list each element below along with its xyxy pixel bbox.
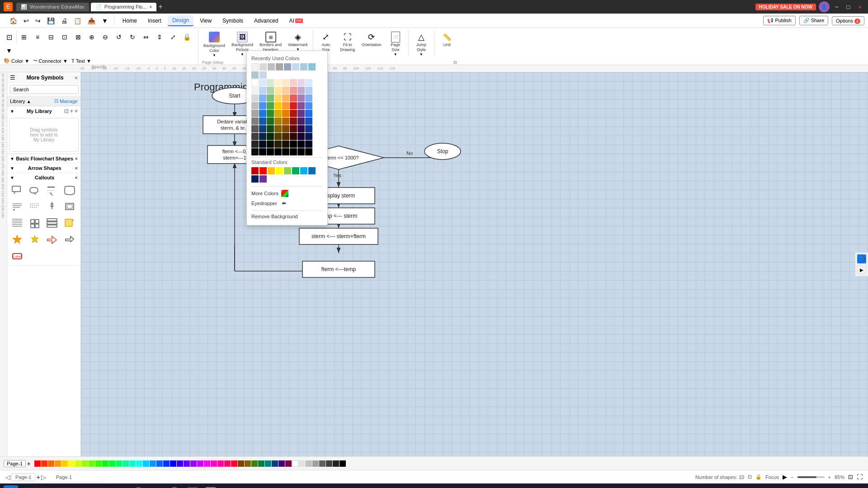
- theme-purple-8[interactable]: [297, 141, 305, 148]
- theme-blue-4[interactable]: [259, 110, 266, 117]
- connector-dropdown[interactable]: ⤳ Connector ▼: [33, 58, 68, 64]
- sidebar-collapse-btn[interactable]: «: [75, 75, 78, 81]
- strip-darkblue[interactable]: [170, 460, 176, 467]
- theme-ltblue-0[interactable]: [305, 79, 312, 86]
- export-btn[interactable]: 📤: [85, 16, 98, 26]
- theme-green-7[interactable]: [267, 133, 274, 140]
- arrange-btn[interactable]: ⊞: [18, 31, 30, 43]
- theme-orange-7[interactable]: [282, 133, 289, 140]
- theme-purple-7[interactable]: [297, 133, 305, 140]
- theme-ltblue-7[interactable]: [305, 133, 312, 140]
- user-avatar[interactable]: 👤: [819, 1, 830, 12]
- strip-cyan[interactable]: [129, 460, 136, 467]
- menu-home[interactable]: Home: [118, 16, 142, 26]
- theme-purple-1[interactable]: [297, 87, 305, 94]
- callouts-header[interactable]: ▼ Callouts ×: [7, 173, 80, 182]
- chrome-btn[interactable]: [166, 484, 183, 488]
- recent-swatch-8[interactable]: [308, 63, 316, 70]
- focus-label[interactable]: Focus: [765, 474, 779, 480]
- strip-olive[interactable]: [245, 460, 251, 467]
- more-tools-btn[interactable]: ▼: [3, 44, 15, 57]
- strip-crimson[interactable]: [231, 460, 237, 467]
- rotate-right-btn[interactable]: ↻: [126, 31, 139, 43]
- strip-purple[interactable]: [190, 460, 197, 467]
- theme-purple-2[interactable]: [297, 94, 305, 102]
- callout-shape-7[interactable]: [45, 200, 59, 215]
- callouts-close[interactable]: ×: [75, 175, 78, 180]
- unit-btn[interactable]: 📏 Unit: [437, 30, 457, 49]
- theme-yellow-6[interactable]: [274, 125, 282, 132]
- theme-red-7[interactable]: [290, 133, 297, 140]
- callout-shape-2[interactable]: [28, 184, 42, 198]
- connect-btn[interactable]: ⤢: [167, 31, 179, 43]
- strip-silver[interactable]: [306, 460, 312, 467]
- strip-indigo[interactable]: [177, 460, 183, 467]
- strip-ltblue[interactable]: [143, 460, 149, 467]
- callout-shape-star[interactable]: [10, 233, 24, 247]
- theme-w-8[interactable]: [251, 141, 259, 148]
- theme-red-4[interactable]: [290, 110, 297, 117]
- zoom-out-btn[interactable]: −: [791, 474, 793, 480]
- sidebar-expand-icon[interactable]: ☰: [10, 74, 15, 81]
- menu-symbols[interactable]: Symbols: [218, 16, 248, 26]
- publish-btn[interactable]: 📢 Publish: [763, 16, 795, 25]
- theme-blue-8[interactable]: [259, 141, 266, 148]
- strip-green2[interactable]: [95, 460, 102, 467]
- theme-ltblue-2[interactable]: [305, 94, 312, 102]
- tab-programming[interactable]: 📄 Programming Flo... ×: [91, 3, 156, 11]
- options-btn[interactable]: Options 4: [832, 16, 864, 25]
- quick-dropdown[interactable]: ▼: [99, 16, 110, 26]
- strip-cyan2[interactable]: [136, 460, 142, 467]
- one-click-beautify-btn[interactable]: ⊡: [3, 31, 15, 43]
- my-library-close-btn[interactable]: ×: [75, 108, 78, 114]
- theme-green-1[interactable]: [267, 87, 274, 94]
- std-blue[interactable]: [308, 167, 316, 174]
- strip-navy[interactable]: [272, 460, 278, 467]
- strip-darklime[interactable]: [251, 460, 258, 467]
- theme-green-8[interactable]: [267, 141, 274, 148]
- home-quick-btn[interactable]: 🏠: [7, 16, 19, 26]
- page-size-dropdown[interactable]: ▼: [394, 52, 397, 56]
- strip-rose[interactable]: [224, 460, 231, 467]
- theme-orange-3[interactable]: [282, 102, 289, 109]
- menu-view[interactable]: View: [195, 16, 216, 26]
- theme-ltblue-8[interactable]: [305, 141, 312, 148]
- page-setup-dialog-btn[interactable]: ⊡: [453, 60, 457, 65]
- theme-red-0[interactable]: [290, 79, 297, 86]
- jump-style-btn[interactable]: △ JumpStyle ▼: [411, 30, 431, 58]
- strip-teal4[interactable]: [265, 460, 271, 467]
- theme-red-3[interactable]: [290, 102, 297, 109]
- send-back-btn[interactable]: ⊖: [99, 31, 112, 43]
- theme-orange-8[interactable]: [282, 141, 289, 148]
- zoom-in-btn[interactable]: +: [828, 474, 831, 480]
- ungroup-btn[interactable]: ⊠: [72, 31, 85, 43]
- fit-to-drawing-btn[interactable]: ⛶ Fit toDrawing: [338, 30, 358, 54]
- zoom-slider[interactable]: [797, 476, 825, 478]
- theme-purple-3[interactable]: [297, 102, 305, 109]
- minimize-btn[interactable]: −: [832, 3, 841, 11]
- recent-swatch-4[interactable]: [276, 63, 283, 70]
- callout-shape-badge[interactable]: Label: [10, 249, 24, 263]
- theme-blue-6[interactable]: [259, 125, 266, 132]
- theme-green-4[interactable]: [267, 110, 274, 117]
- std-yellow[interactable]: [276, 167, 283, 174]
- recent-swatch-6[interactable]: [292, 63, 299, 70]
- theme-yellow-9[interactable]: [274, 148, 282, 155]
- undo-btn[interactable]: ↩: [21, 16, 31, 26]
- watermark-btn[interactable]: ◈ Watermark ▼: [286, 30, 310, 53]
- theme-w-1[interactable]: [251, 87, 259, 94]
- strip-nearblack[interactable]: [333, 460, 339, 467]
- my-library-add-btn[interactable]: +: [70, 108, 73, 114]
- windows-start-btn[interactable]: [4, 485, 18, 488]
- theme-w-6[interactable]: [251, 125, 259, 132]
- edge-btn[interactable]: [130, 484, 146, 488]
- strip-lime2[interactable]: [82, 460, 88, 467]
- theme-orange-1[interactable]: [282, 87, 289, 94]
- orientation-btn[interactable]: ⟳ Orientation: [359, 30, 384, 49]
- strip-pink[interactable]: [211, 460, 217, 467]
- theme-purple-6[interactable]: [297, 125, 305, 132]
- menu-ai[interactable]: AIhot: [284, 16, 307, 26]
- file-explorer-btn[interactable]: 📁: [148, 484, 165, 488]
- std-purple[interactable]: [259, 175, 267, 183]
- my-library-header[interactable]: ▼ My Library ⊡ + ×: [7, 106, 80, 116]
